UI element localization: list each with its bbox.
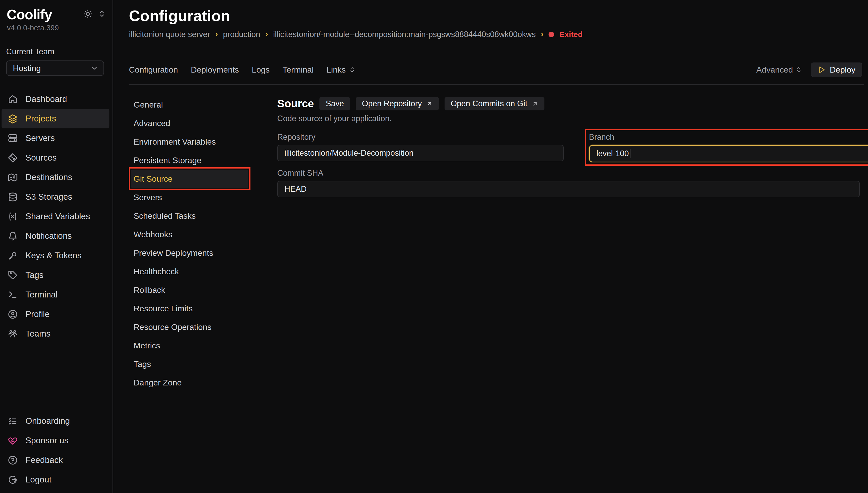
heart-hands-icon xyxy=(8,436,18,445)
sidebar-item-sponsor-us[interactable]: Sponsor us xyxy=(2,431,109,450)
settings-item-resource-limits[interactable]: Resource Limits xyxy=(129,299,266,318)
settings-item-servers[interactable]: Servers xyxy=(129,188,266,207)
settings-item-persistent-storage[interactable]: Persistent Storage xyxy=(129,151,266,170)
app-version: v4.0.0-beta.399 xyxy=(7,24,112,32)
section-title: Source xyxy=(277,98,314,110)
variable-icon xyxy=(8,212,18,221)
key-icon xyxy=(8,251,18,260)
git-source-icon xyxy=(8,153,18,163)
coolify-app: Coolify v4.0.0-beta.399 Current Team Hos… xyxy=(0,0,868,493)
breadcrumb-resource[interactable]: illicitestonion/-module--decomposition:m… xyxy=(273,30,536,39)
settings-item-environment-variables[interactable]: Environment Variables xyxy=(129,132,266,151)
page-title: Configuration xyxy=(129,7,868,25)
source-panel: Source Save Open Repository Open Commits… xyxy=(277,95,868,392)
breadcrumb-environment[interactable]: production xyxy=(223,30,260,39)
open-commits-button[interactable]: Open Commits on Git xyxy=(445,97,545,110)
branch-label: Branch xyxy=(589,132,868,142)
settings-item-tags[interactable]: Tags xyxy=(129,355,266,373)
theme-toggle-sun-icon[interactable] xyxy=(83,9,92,19)
sidebar-item-onboarding[interactable]: Onboarding xyxy=(2,411,109,431)
version-switcher-icon[interactable] xyxy=(98,10,106,18)
logout-icon xyxy=(8,475,18,485)
repository-field: Repository illicitestonion/Module-Decomp… xyxy=(277,132,564,163)
branch-field: Branch level-100 xyxy=(589,132,868,163)
repository-input[interactable]: illicitestonion/Module-Decomposition xyxy=(277,145,564,161)
section-description: Code source of your application. xyxy=(277,114,868,123)
user-circle-icon xyxy=(8,309,18,319)
sidebar-item-projects[interactable]: Projects xyxy=(2,109,109,128)
home-icon xyxy=(8,94,18,104)
deploy-button[interactable]: Deploy xyxy=(811,63,862,77)
chevrons-up-down-icon xyxy=(796,66,802,73)
sidebar: Coolify v4.0.0-beta.399 Current Team Hos… xyxy=(0,0,113,493)
commit-sha-field: Commit SHA HEAD xyxy=(277,169,868,197)
branch-input[interactable]: level-100 xyxy=(589,145,868,163)
chevron-down-icon xyxy=(91,64,98,72)
checklist-icon xyxy=(8,416,18,426)
sidebar-nav: Dashboard Projects Servers Sources Desti… xyxy=(0,89,112,343)
settings-item-metrics[interactable]: Metrics xyxy=(129,336,266,355)
status-dot xyxy=(549,31,554,37)
terminal-icon xyxy=(8,290,18,300)
sidebar-item-teams[interactable]: Teams xyxy=(2,324,109,343)
bell-icon xyxy=(8,231,18,241)
sidebar-item-dashboard[interactable]: Dashboard xyxy=(2,89,109,109)
sidebar-item-tags[interactable]: Tags xyxy=(2,265,109,285)
settings-item-advanced[interactable]: Advanced xyxy=(129,114,266,132)
settings-item-general[interactable]: General xyxy=(129,95,266,114)
open-repository-button[interactable]: Open Repository xyxy=(356,97,439,110)
sidebar-item-destinations[interactable]: Destinations xyxy=(2,168,109,187)
tag-icon xyxy=(8,271,18,280)
sidebar-item-feedback[interactable]: Feedback xyxy=(2,450,109,470)
tab-deployments[interactable]: Deployments xyxy=(191,65,239,74)
sidebar-item-keys-tokens[interactable]: Keys & Tokens xyxy=(2,246,109,265)
settings-item-git-source[interactable]: Git Source xyxy=(131,170,248,188)
sidebar-item-s3-storages[interactable]: S3 Storages xyxy=(2,187,109,207)
sidebar-item-shared-variables[interactable]: Shared Variables xyxy=(2,207,109,226)
save-button[interactable]: Save xyxy=(319,97,350,110)
sidebar-item-logout[interactable]: Logout xyxy=(2,470,109,489)
tab-terminal[interactable]: Terminal xyxy=(282,65,314,74)
text-cursor xyxy=(630,149,630,158)
external-link-icon xyxy=(426,100,433,107)
play-icon xyxy=(818,66,826,73)
help-circle-icon xyxy=(8,455,18,465)
settings-item-scheduled-tasks[interactable]: Scheduled Tasks xyxy=(129,207,266,225)
repository-label: Repository xyxy=(277,132,564,142)
tab-logs[interactable]: Logs xyxy=(252,65,270,74)
settings-item-preview-deployments[interactable]: Preview Deployments xyxy=(129,244,266,262)
settings-item-webhooks[interactable]: Webhooks xyxy=(129,225,266,244)
database-icon xyxy=(8,192,18,202)
team-select-value: Hosting xyxy=(13,64,41,73)
breadcrumb: illicitonion quote server › production ›… xyxy=(129,30,868,39)
sidebar-item-terminal[interactable]: Terminal xyxy=(2,285,109,304)
commit-sha-input[interactable]: HEAD xyxy=(277,181,860,197)
tab-divider xyxy=(129,84,864,85)
advanced-dropdown[interactable]: Advanced xyxy=(756,65,802,74)
server-icon xyxy=(8,133,18,143)
status-badge: Exited xyxy=(559,30,583,39)
external-link-icon xyxy=(532,100,538,107)
app-logo[interactable]: Coolify xyxy=(7,7,52,22)
breadcrumb-chevron-icon: › xyxy=(541,29,544,38)
sidebar-item-servers[interactable]: Servers xyxy=(2,128,109,148)
settings-item-healthcheck[interactable]: Healthcheck xyxy=(129,262,266,281)
settings-menu: General Advanced Environment Variables P… xyxy=(129,95,266,392)
settings-item-rollback[interactable]: Rollback xyxy=(129,281,266,299)
sidebar-item-notifications[interactable]: Notifications xyxy=(2,226,109,246)
breadcrumb-chevron-icon: › xyxy=(266,29,268,38)
tab-links[interactable]: Links xyxy=(326,65,356,74)
tab-configuration[interactable]: Configuration xyxy=(129,65,178,74)
team-select[interactable]: Hosting xyxy=(6,61,104,76)
sidebar-item-sources[interactable]: Sources xyxy=(2,148,109,168)
settings-item-danger-zone[interactable]: Danger Zone xyxy=(129,373,266,392)
settings-item-resource-operations[interactable]: Resource Operations xyxy=(129,318,266,336)
breadcrumb-project[interactable]: illicitonion quote server xyxy=(129,30,210,39)
sidebar-spacer xyxy=(0,343,112,411)
main-content: Configuration illicitonion quote server … xyxy=(114,0,868,493)
sidebar-item-profile[interactable]: Profile xyxy=(2,304,109,324)
chevrons-up-down-icon xyxy=(349,66,356,73)
breadcrumb-chevron-icon: › xyxy=(215,29,218,38)
sidebar-footer-nav: Onboarding Sponsor us Feedback Logout xyxy=(0,411,112,489)
map-icon xyxy=(8,173,18,182)
